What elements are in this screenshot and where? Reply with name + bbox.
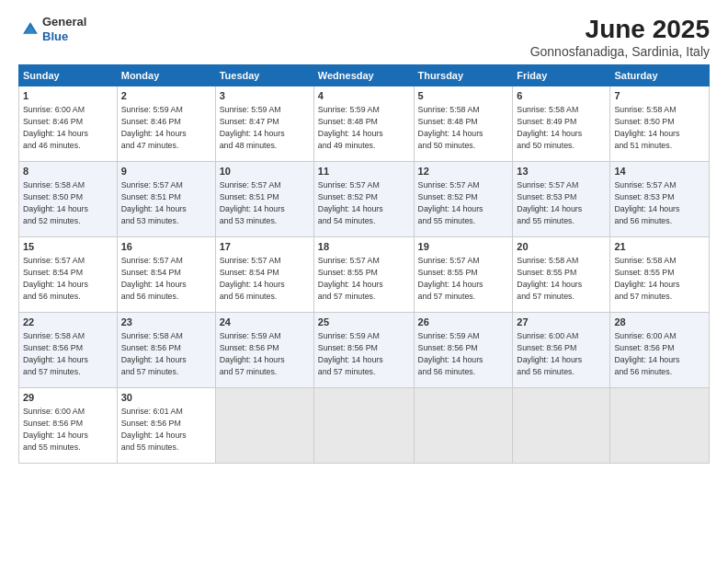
- day-number: 21: [614, 240, 705, 254]
- day-info: Sunrise: 5:57 AM Sunset: 8:52 PM Dayligh…: [318, 179, 410, 226]
- day-cell: 24Sunrise: 5:59 AM Sunset: 8:56 PM Dayli…: [215, 313, 313, 388]
- week-row-4: 22Sunrise: 5:58 AM Sunset: 8:56 PM Dayli…: [19, 313, 710, 388]
- day-cell: 4Sunrise: 5:59 AM Sunset: 8:48 PM Daylig…: [313, 86, 414, 162]
- day-number: 3: [220, 89, 310, 103]
- day-header-wednesday: Wednesday: [313, 65, 414, 86]
- day-info: Sunrise: 5:57 AM Sunset: 8:53 PM Dayligh…: [614, 179, 705, 226]
- day-header-sunday: Sunday: [19, 65, 118, 86]
- day-cell: 20Sunrise: 5:58 AM Sunset: 8:55 PM Dayli…: [513, 237, 610, 313]
- day-number: 11: [318, 165, 410, 178]
- day-cell: 12Sunrise: 5:57 AM Sunset: 8:52 PM Dayli…: [414, 162, 513, 237]
- day-cell: 22Sunrise: 5:58 AM Sunset: 8:56 PM Dayli…: [19, 313, 118, 388]
- day-number: 23: [121, 316, 211, 329]
- day-cell: 19Sunrise: 5:57 AM Sunset: 8:55 PM Dayli…: [414, 237, 513, 313]
- logo-general: General: [42, 15, 86, 29]
- day-info: Sunrise: 5:58 AM Sunset: 8:50 PM Dayligh…: [23, 179, 113, 226]
- day-info: Sunrise: 5:57 AM Sunset: 8:53 PM Dayligh…: [517, 179, 606, 226]
- day-info: Sunrise: 5:58 AM Sunset: 8:50 PM Dayligh…: [614, 104, 705, 151]
- day-number: 2: [121, 89, 211, 103]
- day-header-thursday: Thursday: [414, 65, 513, 86]
- day-info: Sunrise: 5:58 AM Sunset: 8:49 PM Dayligh…: [517, 104, 606, 151]
- day-info: Sunrise: 5:57 AM Sunset: 8:54 PM Dayligh…: [121, 255, 211, 302]
- day-number: 16: [121, 240, 211, 254]
- day-cell: 29Sunrise: 6:00 AM Sunset: 8:56 PM Dayli…: [19, 388, 118, 464]
- day-cell: [414, 388, 513, 464]
- day-info: Sunrise: 6:00 AM Sunset: 8:56 PM Dayligh…: [614, 330, 705, 377]
- day-cell: 11Sunrise: 5:57 AM Sunset: 8:52 PM Dayli…: [313, 162, 414, 237]
- day-info: Sunrise: 5:59 AM Sunset: 8:56 PM Dayligh…: [220, 330, 310, 377]
- day-cell: 23Sunrise: 5:58 AM Sunset: 8:56 PM Dayli…: [117, 313, 215, 388]
- day-number: 20: [517, 240, 606, 254]
- day-cell: 8Sunrise: 5:58 AM Sunset: 8:50 PM Daylig…: [19, 162, 118, 237]
- day-number: 27: [517, 316, 606, 329]
- day-cell: 25Sunrise: 5:59 AM Sunset: 8:56 PM Dayli…: [313, 313, 414, 388]
- calendar-subtitle: Gonnosfanadiga, Sardinia, Italy: [530, 44, 710, 59]
- day-number: 25: [318, 316, 410, 329]
- day-cell: [215, 388, 313, 464]
- day-number: 26: [418, 316, 509, 329]
- title-block: June 2025 Gonnosfanadiga, Sardinia, Ital…: [530, 15, 710, 59]
- day-header-monday: Monday: [117, 65, 215, 86]
- day-info: Sunrise: 5:57 AM Sunset: 8:54 PM Dayligh…: [23, 255, 113, 302]
- day-cell: 16Sunrise: 5:57 AM Sunset: 8:54 PM Dayli…: [117, 237, 215, 313]
- day-number: 5: [418, 89, 509, 103]
- calendar-header-row: SundayMondayTuesdayWednesdayThursdayFrid…: [19, 65, 710, 86]
- day-number: 24: [220, 316, 310, 329]
- day-number: 15: [23, 240, 113, 254]
- day-info: Sunrise: 5:59 AM Sunset: 8:47 PM Dayligh…: [220, 104, 310, 151]
- calendar-title: June 2025: [530, 15, 710, 44]
- day-cell: 14Sunrise: 5:57 AM Sunset: 8:53 PM Dayli…: [610, 162, 710, 237]
- day-info: Sunrise: 6:00 AM Sunset: 8:56 PM Dayligh…: [517, 330, 606, 377]
- day-number: 4: [318, 89, 410, 103]
- day-cell: 28Sunrise: 6:00 AM Sunset: 8:56 PM Dayli…: [610, 313, 710, 388]
- day-cell: 18Sunrise: 5:57 AM Sunset: 8:55 PM Dayli…: [313, 237, 414, 313]
- logo-text: General Blue: [42, 15, 86, 43]
- day-cell: 3Sunrise: 5:59 AM Sunset: 8:47 PM Daylig…: [215, 86, 313, 162]
- day-cell: 15Sunrise: 5:57 AM Sunset: 8:54 PM Dayli…: [19, 237, 118, 313]
- calendar-table: SundayMondayTuesdayWednesdayThursdayFrid…: [18, 64, 710, 464]
- day-info: Sunrise: 6:00 AM Sunset: 8:46 PM Dayligh…: [23, 104, 113, 151]
- day-number: 6: [517, 89, 606, 103]
- day-info: Sunrise: 5:59 AM Sunset: 8:56 PM Dayligh…: [418, 330, 509, 377]
- day-info: Sunrise: 5:57 AM Sunset: 8:52 PM Dayligh…: [418, 179, 509, 226]
- day-number: 9: [121, 165, 211, 178]
- day-info: Sunrise: 5:59 AM Sunset: 8:46 PM Dayligh…: [121, 104, 211, 151]
- day-number: 18: [318, 240, 410, 254]
- day-info: Sunrise: 5:58 AM Sunset: 8:55 PM Dayligh…: [614, 255, 705, 302]
- day-cell: 1Sunrise: 6:00 AM Sunset: 8:46 PM Daylig…: [19, 86, 118, 162]
- day-header-saturday: Saturday: [610, 65, 710, 86]
- day-number: 17: [220, 240, 310, 254]
- week-row-2: 8Sunrise: 5:58 AM Sunset: 8:50 PM Daylig…: [19, 162, 710, 237]
- day-info: Sunrise: 5:58 AM Sunset: 8:48 PM Dayligh…: [418, 104, 509, 151]
- week-row-1: 1Sunrise: 6:00 AM Sunset: 8:46 PM Daylig…: [19, 86, 710, 162]
- day-cell: 5Sunrise: 5:58 AM Sunset: 8:48 PM Daylig…: [414, 86, 513, 162]
- logo: General Blue: [18, 15, 86, 43]
- week-row-5: 29Sunrise: 6:00 AM Sunset: 8:56 PM Dayli…: [19, 388, 710, 464]
- day-number: 30: [121, 391, 211, 405]
- week-row-3: 15Sunrise: 5:57 AM Sunset: 8:54 PM Dayli…: [19, 237, 710, 313]
- day-number: 28: [614, 316, 705, 329]
- logo-icon: [20, 19, 40, 40]
- page: General Blue June 2025 Gonnosfanadiga, S…: [0, 0, 728, 563]
- day-cell: 2Sunrise: 5:59 AM Sunset: 8:46 PM Daylig…: [117, 86, 215, 162]
- day-info: Sunrise: 5:59 AM Sunset: 8:56 PM Dayligh…: [318, 330, 410, 377]
- day-cell: 10Sunrise: 5:57 AM Sunset: 8:51 PM Dayli…: [215, 162, 313, 237]
- day-cell: 30Sunrise: 6:01 AM Sunset: 8:56 PM Dayli…: [117, 388, 215, 464]
- day-number: 29: [23, 391, 113, 405]
- day-number: 13: [517, 165, 606, 178]
- day-header-tuesday: Tuesday: [215, 65, 313, 86]
- day-number: 22: [23, 316, 113, 329]
- day-number: 19: [418, 240, 509, 254]
- day-cell: [610, 388, 710, 464]
- day-cell: 17Sunrise: 5:57 AM Sunset: 8:54 PM Dayli…: [215, 237, 313, 313]
- day-info: Sunrise: 5:57 AM Sunset: 8:55 PM Dayligh…: [418, 255, 509, 302]
- day-info: Sunrise: 5:59 AM Sunset: 8:48 PM Dayligh…: [318, 104, 410, 151]
- day-cell: 21Sunrise: 5:58 AM Sunset: 8:55 PM Dayli…: [610, 237, 710, 313]
- day-cell: 26Sunrise: 5:59 AM Sunset: 8:56 PM Dayli…: [414, 313, 513, 388]
- day-cell: 27Sunrise: 6:00 AM Sunset: 8:56 PM Dayli…: [513, 313, 610, 388]
- header: General Blue June 2025 Gonnosfanadiga, S…: [18, 15, 710, 59]
- day-cell: 13Sunrise: 5:57 AM Sunset: 8:53 PM Dayli…: [513, 162, 610, 237]
- day-info: Sunrise: 5:57 AM Sunset: 8:54 PM Dayligh…: [220, 255, 310, 302]
- day-cell: 7Sunrise: 5:58 AM Sunset: 8:50 PM Daylig…: [610, 86, 710, 162]
- day-number: 14: [614, 165, 705, 178]
